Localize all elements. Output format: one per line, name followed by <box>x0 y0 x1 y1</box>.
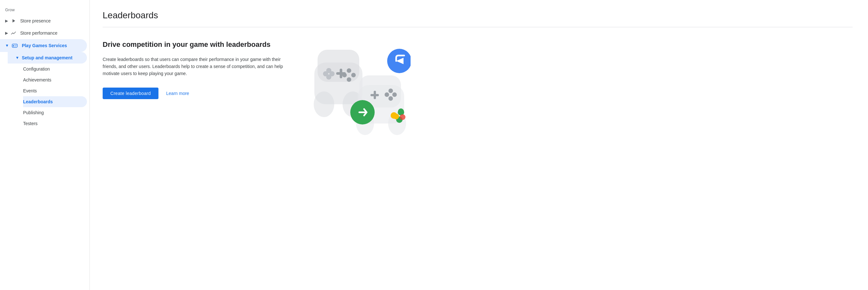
chevron-right-icon: ▶ <box>5 19 8 23</box>
sidebar-item-label-play-games-services: Play Games Services <box>22 43 67 48</box>
gamepad-icon <box>11 42 18 49</box>
sidebar-item-store-performance[interactable]: ▶ Store performance <box>0 27 87 39</box>
svg-point-27 <box>392 92 397 97</box>
svg-rect-25 <box>374 91 376 99</box>
svg-point-5 <box>16 45 16 46</box>
svg-point-13 <box>326 68 331 73</box>
svg-point-26 <box>389 89 393 93</box>
sidebar-item-label-store-performance: Store performance <box>20 30 57 36</box>
create-leaderboard-button[interactable]: Create leaderboard <box>103 88 158 99</box>
svg-rect-15 <box>340 69 342 78</box>
svg-point-38 <box>400 114 405 120</box>
sidebar-item-testers[interactable]: Testers <box>23 118 87 129</box>
sidebar-item-label-configuration: Configuration <box>23 66 50 71</box>
trend-icon <box>10 30 17 36</box>
sidebar-item-leaderboards[interactable]: Leaderboards <box>23 96 87 107</box>
play-icon <box>10 18 17 24</box>
svg-point-18 <box>347 77 351 82</box>
content-text: Drive competition in your game with lead… <box>103 40 295 99</box>
svg-point-17 <box>351 73 356 77</box>
content-body: Drive competition in your game with lead… <box>103 40 852 136</box>
sidebar-item-setup-management[interactable]: ▼ Setup and management <box>8 52 87 64</box>
learn-more-link[interactable]: Learn more <box>166 91 189 96</box>
sidebar-item-events[interactable]: Events <box>23 85 87 96</box>
section-description: Create leaderboards so that users can co… <box>103 56 295 77</box>
svg-point-29 <box>384 92 389 97</box>
svg-point-19 <box>342 73 347 77</box>
leaderboard-illustration <box>308 40 411 136</box>
sidebar-item-label-events: Events <box>23 88 37 93</box>
section-heading: Drive competition in your game with lead… <box>103 40 295 50</box>
sidebar-item-achievements[interactable]: Achievements <box>23 74 87 85</box>
svg-point-16 <box>347 68 351 73</box>
sidebar-item-label-achievements: Achievements <box>23 77 51 83</box>
sidebar-section-grow: Grow <box>0 5 90 15</box>
main-content: Leaderboards Drive competition in your g… <box>90 0 868 290</box>
content-area: Leaderboards Drive competition in your g… <box>90 0 868 290</box>
chevron-down-icon-2: ▼ <box>16 56 19 60</box>
sidebar-item-configuration[interactable]: Configuration <box>23 64 87 74</box>
page-title: Leaderboards <box>103 10 852 21</box>
sidebar-item-play-games-services[interactable]: ▼ Play Games Services <box>0 39 87 52</box>
svg-point-37 <box>393 114 399 119</box>
setup-subitems: Configuration Achievements Events Leader… <box>8 64 90 129</box>
sidebar-item-store-presence[interactable]: ▶ Store presence <box>0 15 87 27</box>
sidebar-item-label-store-presence: Store presence <box>20 18 51 24</box>
chevron-down-icon: ▼ <box>5 43 9 48</box>
sidebar-item-label-leaderboards: Leaderboards <box>23 99 53 104</box>
sidebar-item-label-testers: Testers <box>23 121 37 126</box>
title-divider <box>103 27 852 27</box>
svg-point-8 <box>314 91 334 117</box>
action-buttons: Create leaderboard Learn more <box>103 88 295 99</box>
sidebar-item-publishing[interactable]: Publishing <box>23 107 87 118</box>
sidebar-item-label-publishing: Publishing <box>23 110 44 115</box>
svg-point-36 <box>398 108 404 114</box>
chevron-right-icon-2: ▶ <box>5 31 8 35</box>
svg-point-4 <box>16 45 17 46</box>
sidebar-item-label-setup-management: Setup and management <box>22 55 72 60</box>
setup-management-section: ▼ Setup and management Configuration Ach… <box>0 52 90 129</box>
svg-point-28 <box>389 96 393 101</box>
sidebar: Grow ▶ Store presence ▶ Store performanc… <box>0 0 90 290</box>
illustration-svg <box>308 40 411 136</box>
